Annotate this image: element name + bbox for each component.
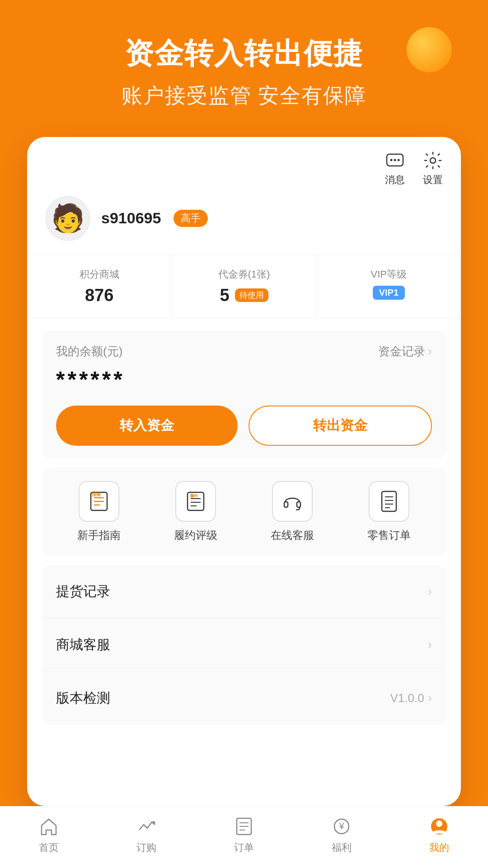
transfer-in-button[interactable]: 转入资金: [56, 406, 238, 446]
menu-item-version[interactable]: 版本检测 V1.0.0 ›: [42, 672, 446, 725]
menu-pickup-chevron: ›: [428, 584, 432, 599]
menu-support-right: ›: [428, 637, 432, 652]
menu-support-label: 商城客服: [56, 636, 110, 654]
menu-version-label: 版本检测: [56, 689, 110, 708]
level-badge: 高手: [174, 210, 208, 227]
home-icon: [38, 816, 60, 837]
subscribe-icon: [136, 816, 157, 837]
profile-row: 🧑 s910695 高手: [27, 191, 461, 255]
hero-section: 资金转入转出便捷 账户接受监管 安全有保障 消息 设置: [0, 0, 488, 806]
svg-point-1: [390, 159, 393, 161]
contract-icon-box: 履约: [175, 481, 216, 522]
balance-header: 我的余额(元) 资金记录 ›: [56, 344, 432, 359]
orders-icon: [233, 816, 255, 837]
nav-orders[interactable]: 订单: [217, 816, 271, 854]
nav-welfare-label: 福利: [332, 841, 352, 854]
pending-badge: 待使用: [235, 288, 268, 302]
stats-row: 积分商城 876 代金券(1张) 5 待使用 VIP等级 VIP1: [27, 255, 461, 318]
stat-coupon-value-row: 5 待使用: [220, 286, 268, 305]
stat-coupon-value: 5: [220, 286, 229, 305]
action-service-label: 在线客服: [271, 528, 314, 542]
nav-subscribe-label: 订购: [136, 841, 156, 854]
version-value: V1.0.0: [390, 691, 424, 705]
guide-icon: 指南: [87, 490, 111, 513]
service-icon-box: [272, 481, 313, 522]
nav-mine[interactable]: 我的: [412, 816, 466, 854]
settings-icon-item[interactable]: 设置: [423, 151, 443, 187]
menu-pickup-label: 提货记录: [56, 582, 110, 601]
avatar: 🧑: [45, 196, 90, 241]
vip-badge: VIP1: [373, 286, 405, 300]
stat-points[interactable]: 积分商城 876: [27, 255, 172, 318]
stat-points-label: 积分商城: [80, 268, 119, 281]
menu-support-chevron: ›: [428, 637, 432, 652]
stat-vip-label: VIP等级: [371, 268, 407, 281]
nav-welfare[interactable]: ¥ 福利: [314, 816, 369, 854]
balance-buttons: 转入资金 转出资金: [56, 406, 432, 446]
action-contract-label: 履约评级: [174, 528, 217, 542]
menu-section: 提货记录 › 商城客服 › 版本检测 V1.0.0 ›: [42, 565, 446, 725]
welfare-icon: ¥: [331, 816, 352, 837]
quick-actions: 指南 新手指南 履约 履约评级: [42, 467, 446, 556]
balance-chevron: ›: [428, 344, 432, 359]
svg-rect-15: [284, 502, 288, 507]
action-order-label: 零售订单: [367, 528, 411, 542]
svg-text:履约: 履约: [189, 494, 198, 498]
bottom-nav: 首页 订购 订单 ¥ 福利: [0, 806, 488, 868]
nav-mine-label: 我的: [429, 841, 449, 854]
menu-item-pickup[interactable]: 提货记录 ›: [42, 565, 446, 618]
headset-icon: [281, 490, 304, 513]
svg-point-3: [398, 159, 400, 161]
message-label: 消息: [385, 173, 405, 187]
coin-decoration: [407, 27, 452, 72]
action-order[interactable]: 零售订单: [367, 481, 411, 542]
nav-orders-label: 订单: [234, 841, 254, 854]
svg-point-4: [430, 158, 436, 163]
guide-icon-box: 指南: [79, 481, 119, 522]
svg-point-30: [436, 821, 442, 827]
profile-info: s910695 高手: [101, 209, 208, 227]
nav-home[interactable]: 首页: [22, 816, 76, 854]
menu-pickup-right: ›: [428, 584, 432, 599]
mine-icon: [428, 816, 450, 837]
top-icons-row: 消息 设置: [27, 137, 461, 191]
contract-icon: 履约: [184, 490, 207, 513]
menu-item-support[interactable]: 商城客服 ›: [42, 618, 446, 672]
order-icon: [377, 490, 401, 513]
svg-rect-18: [382, 491, 396, 511]
main-card: 消息 设置 🧑 s910695 高手: [27, 137, 461, 806]
username: s910695: [101, 209, 161, 227]
gear-icon: [423, 151, 443, 170]
stat-coupon[interactable]: 代金券(1张) 5 待使用: [172, 255, 316, 318]
svg-text:指南: 指南: [91, 492, 101, 497]
action-contract[interactable]: 履约 履约评级: [174, 481, 217, 542]
action-guide-label: 新手指南: [77, 528, 121, 542]
settings-label: 设置: [423, 173, 443, 187]
svg-text:¥: ¥: [338, 821, 344, 831]
svg-rect-16: [297, 502, 300, 507]
action-service[interactable]: 在线客服: [271, 481, 314, 542]
balance-title: 我的余额(元): [56, 344, 122, 359]
message-icon-item[interactable]: 消息: [385, 151, 405, 187]
nav-home-label: 首页: [39, 841, 59, 854]
stat-points-value: 876: [85, 286, 113, 305]
menu-version-chevron: ›: [428, 691, 432, 705]
hero-subtitle: 账户接受监管 安全有保障: [0, 82, 488, 110]
svg-point-2: [394, 159, 396, 161]
balance-link[interactable]: 资金记录 ›: [378, 344, 432, 359]
menu-version-right: V1.0.0 ›: [390, 691, 432, 705]
order-icon-box: [369, 481, 409, 522]
balance-section: 我的余额(元) 资金记录 › ****** 转入资金 转出资金: [42, 331, 446, 458]
nav-subscribe[interactable]: 订购: [119, 816, 174, 854]
stat-coupon-label: 代金券(1张): [218, 268, 270, 281]
message-icon: [385, 151, 405, 170]
action-guide[interactable]: 指南 新手指南: [77, 481, 121, 542]
balance-amount: ******: [56, 367, 432, 393]
stat-vip[interactable]: VIP等级 VIP1: [317, 255, 461, 318]
transfer-out-button[interactable]: 转出资金: [249, 406, 432, 446]
